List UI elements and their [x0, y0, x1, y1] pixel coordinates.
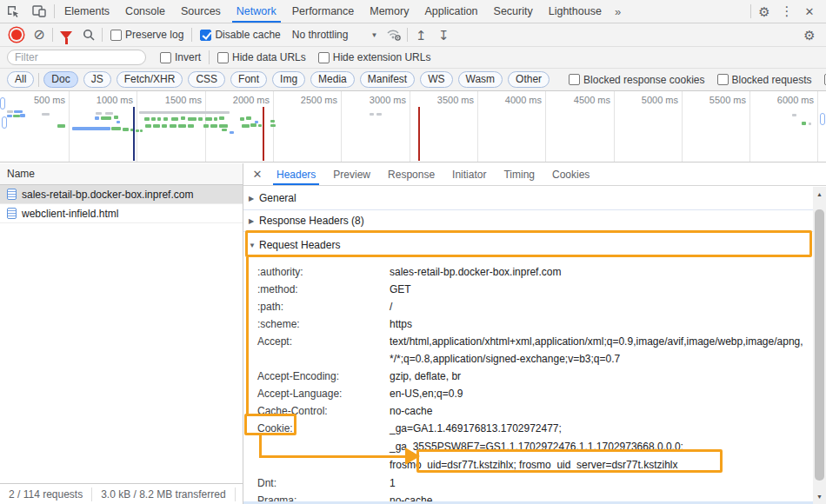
header-row: Dnt:1 [257, 474, 813, 492]
tab-lighthouse[interactable]: Lighthouse [541, 0, 610, 23]
filter-funnel-icon[interactable] [55, 24, 77, 45]
header-row: :path:/ [257, 298, 813, 315]
tab-elements[interactable]: Elements [57, 0, 117, 23]
tab-performance[interactable]: Performance [284, 0, 363, 23]
tab-memory[interactable]: Memory [362, 0, 416, 23]
type-pill-doc[interactable]: Doc [43, 71, 77, 88]
waterfall-bar [178, 124, 186, 128]
type-pill-font[interactable]: Font [230, 71, 267, 88]
waterfall-bar [57, 124, 65, 128]
request-details-panel: ✕ HeadersPreviewResponseInitiatorTimingC… [243, 163, 826, 504]
network-overview-timeline[interactable]: 500 ms1000 ms1500 ms2000 ms2500 ms3000 m… [0, 91, 826, 162]
checkbox-checked[interactable] [200, 30, 211, 41]
overview-tick-label: 500 ms [34, 95, 65, 105]
checkbox-unchecked[interactable] [160, 52, 171, 63]
overview-tick-label: 6000 ms [777, 95, 814, 105]
name-column-header[interactable]: Name [0, 163, 243, 185]
details-tab-response[interactable]: Response [379, 163, 443, 185]
request-row[interactable]: sales-retail-bp.docker-box.inpref.com [0, 185, 243, 204]
invert-checkbox[interactable]: Invert [160, 51, 201, 63]
section-request-headers[interactable]: ▼ Request Headers [243, 232, 813, 258]
filter-input[interactable] [7, 50, 146, 65]
tab-application[interactable]: Application [416, 0, 485, 23]
scroll-up-arrow[interactable]: ▲ [813, 187, 826, 202]
type-pill-wasm[interactable]: Wasm [458, 71, 503, 88]
waterfall-bar [210, 124, 217, 128]
record-network-log-button[interactable] [5, 24, 28, 45]
type-pill-manifest[interactable]: Manifest [360, 71, 415, 88]
preserve-log-checkbox[interactable]: Preserve log [110, 29, 183, 41]
type-pill-media[interactable]: Media [310, 71, 355, 88]
waterfall-bar [219, 124, 228, 128]
checkbox-unchecked[interactable] [318, 52, 330, 63]
type-pill-other[interactable]: Other [508, 71, 550, 88]
header-value-line: _ga=GA1.1.469176813.1702972477; [390, 420, 805, 438]
waterfall-bar [7, 115, 12, 117]
type-pill-fetch-xhr[interactable]: Fetch/XHR [117, 71, 183, 88]
overview-selection-handle[interactable] [2, 116, 7, 129]
checkbox-unchecked[interactable] [569, 74, 580, 85]
inspect-element-icon[interactable] [0, 0, 26, 23]
network-settings-gear-icon[interactable]: ⚙ [798, 24, 821, 45]
search-icon[interactable] [77, 24, 100, 45]
export-har-icon[interactable]: ↧ [432, 24, 455, 45]
overview-gridline [817, 91, 818, 162]
type-pill-ws[interactable]: WS [420, 71, 452, 88]
overview-selection-handle[interactable] [820, 113, 825, 125]
import-har-icon[interactable]: ↥ [410, 24, 432, 45]
details-tab-bar: ✕ HeadersPreviewResponseInitiatorTimingC… [243, 163, 826, 186]
blocked-requests-checkbox[interactable]: Blocked requests [717, 74, 812, 86]
hide-data-urls-checkbox[interactable]: Hide data URLs [217, 51, 306, 63]
more-tabs-chevron[interactable]: » [610, 0, 624, 23]
header-key: Accept-Encoding: [257, 368, 390, 385]
section-general[interactable]: ▶ General [243, 187, 813, 210]
details-tab-headers[interactable]: Headers [268, 163, 324, 185]
checkbox-unchecked[interactable] [110, 30, 122, 41]
network-conditions-icon[interactable] [383, 24, 405, 45]
scroll-down-arrow[interactable]: ▼ [813, 489, 826, 504]
details-tab-preview[interactable]: Preview [324, 163, 379, 185]
overview-tick-label: 4500 ms [574, 95, 610, 105]
waterfall-bar [101, 116, 111, 120]
section-response-headers[interactable]: ▶ Response Headers (8) [243, 210, 813, 232]
details-tab-timing[interactable]: Timing [495, 163, 543, 185]
overview-selection-handle[interactable] [0, 97, 5, 109]
kebab-menu-icon[interactable]: ⋮ [776, 3, 798, 19]
waterfall-bar [198, 117, 203, 121]
tab-sources[interactable]: Sources [173, 0, 229, 23]
overview-gridline [410, 91, 410, 162]
tab-network[interactable]: Network [229, 0, 284, 23]
checkbox-unchecked[interactable] [217, 52, 229, 63]
type-pill-js[interactable]: JS [83, 71, 111, 88]
triangle-collapsed-icon: ▶ [249, 217, 259, 225]
type-pill-img[interactable]: Img [272, 71, 305, 88]
close-details-icon[interactable]: ✕ [247, 163, 268, 185]
clear-network-log-button[interactable]: ⊘ [28, 24, 50, 45]
hide-extension-urls-checkbox[interactable]: Hide extension URLs [318, 51, 431, 63]
throttling-dropdown[interactable]: No throttling ▼ [292, 29, 378, 41]
disable-cache-checkbox[interactable]: Disable cache [200, 29, 280, 41]
type-pill-css[interactable]: CSS [188, 71, 225, 88]
details-scrollbar[interactable]: ▲ ▼ [813, 187, 826, 504]
details-tab-initiator[interactable]: Initiator [443, 163, 495, 185]
waterfall-bar [270, 120, 275, 123]
tab-console[interactable]: Console [117, 0, 173, 23]
checkbox-unchecked[interactable] [717, 74, 729, 85]
request-row[interactable]: webclient-infield.html [0, 204, 243, 223]
details-tab-cookies[interactable]: Cookies [543, 163, 598, 185]
waterfall-bar [123, 128, 129, 131]
resource-type-filter-bar: AllDocJSFetch/XHRCSSFontImgMediaManifest… [0, 69, 826, 91]
scrollbar-thumb[interactable] [815, 209, 824, 481]
close-devtools-icon[interactable]: ✕ [798, 5, 821, 18]
header-row: Cookie:_ga=GA1.1.469176813.1702972477;_g… [257, 420, 813, 474]
waterfall-bar [14, 110, 23, 113]
type-pill-all[interactable]: All [7, 71, 34, 88]
header-key: Accept-Language: [257, 385, 390, 402]
tab-security[interactable]: Security [486, 0, 541, 23]
blocked-response-cookies-checkbox[interactable]: Blocked response cookies [569, 74, 704, 86]
device-toolbar-icon[interactable] [26, 0, 52, 23]
settings-gear-icon[interactable]: ⚙ [753, 5, 776, 18]
waterfall-bar [792, 114, 796, 116]
header-value: en-US,en;q=0.9 [390, 385, 805, 402]
overview-gridline [614, 91, 615, 162]
